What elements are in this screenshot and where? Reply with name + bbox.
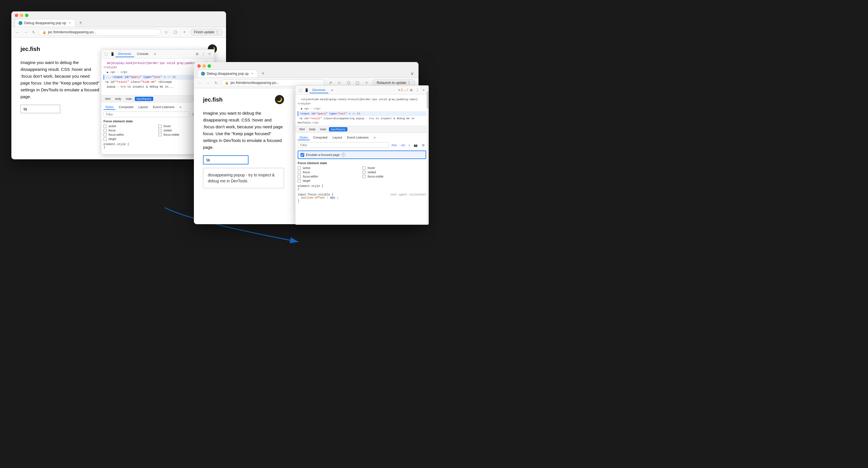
close-devtools-back[interactable]: × <box>207 51 213 57</box>
scrollbar-front[interactable] <box>427 86 429 225</box>
checkbox-focus-visible-front[interactable] <box>363 175 366 178</box>
page-description-front: Imagine you want to debug the disappeari… <box>203 110 284 151</box>
page-content-front: jec.fish 🌙 Imagine you want to debug the… <box>194 88 293 210</box>
close-button-front[interactable] <box>197 64 201 68</box>
checkbox-focus-front[interactable] <box>298 171 301 174</box>
bc-main-front[interactable]: main <box>318 127 328 131</box>
bc-input-front[interactable]: input#query <box>329 127 347 131</box>
site-name-back: jec.fish <box>21 46 40 52</box>
inspect-icon-back[interactable]: ⬚ <box>103 51 109 57</box>
state-hover-front: :hover <box>363 167 426 170</box>
user-agent-label: user agent stylesheet <box>390 193 426 196</box>
add-rule-btn-front[interactable]: + <box>407 143 411 147</box>
more-tabs-front[interactable]: » <box>329 87 336 93</box>
reload-nav-back[interactable]: ↻ <box>31 29 36 35</box>
close-devtools-front[interactable]: × <box>421 87 427 93</box>
layout-tab-front[interactable]: Layout <box>331 135 344 140</box>
demo-search-input-front[interactable] <box>203 155 248 165</box>
state-active: :active <box>103 125 157 128</box>
html-line-front-selected[interactable]: <input id="query" type="text" > == $0 <box>298 111 426 116</box>
bc-body[interactable]: body <box>114 97 123 101</box>
dark-mode-toggle-front[interactable]: 🌙 <box>275 95 284 104</box>
checkbox-visited[interactable] <box>158 129 161 132</box>
more-icon-front[interactable]: ⋮ <box>414 87 421 93</box>
back-nav-front[interactable]: ← <box>197 80 203 86</box>
checkbox-focus-within-front[interactable] <box>298 175 301 178</box>
new-tab-button-front[interactable]: + <box>259 69 267 78</box>
bc-body-front[interactable]: body <box>308 127 317 131</box>
more-icon-back[interactable]: ⋮ <box>200 51 207 57</box>
checkbox-target[interactable] <box>103 138 106 141</box>
bc-html[interactable]: html <box>103 97 112 101</box>
bc-main[interactable]: main <box>124 97 134 101</box>
back-nav-back[interactable]: ← <box>15 29 21 35</box>
elements-tab-front[interactable]: Elements <box>310 87 329 93</box>
checkbox-focus-within[interactable] <box>103 133 106 136</box>
scroll-thumb-front[interactable] <box>427 91 429 108</box>
cls-btn-front[interactable]: .cls <box>399 143 406 147</box>
demo-search-input-back[interactable] <box>21 105 60 113</box>
more-tabs-back[interactable]: » <box>151 51 159 57</box>
minimize-button[interactable] <box>20 14 23 17</box>
minimize-button-front[interactable] <box>203 64 206 68</box>
elements-tab-back[interactable]: Elements <box>116 51 134 57</box>
maximize-button-front[interactable] <box>208 64 211 68</box>
state-focus: :focus <box>103 129 157 132</box>
close-button[interactable] <box>15 14 18 17</box>
finish-update-label: Finish update <box>194 30 214 34</box>
active-tab-front[interactable]: Debug disappearing pop up × <box>197 70 258 78</box>
computed-tab[interactable]: Computed <box>117 105 135 110</box>
expand-chevron-front[interactable]: ∨ <box>409 70 415 76</box>
console-tab-back[interactable]: Console <box>134 51 151 57</box>
checkbox-active-front[interactable] <box>298 167 301 170</box>
styles-tab-front[interactable]: Styles <box>298 135 310 140</box>
bc-input[interactable]: input#query <box>135 97 153 101</box>
new-tab-button-back[interactable]: + <box>76 19 85 27</box>
event-listeners-tab[interactable]: Event Listeners <box>151 105 176 110</box>
more-style-tabs[interactable]: » <box>178 105 183 110</box>
screenshot-icon-front[interactable]: 📷 <box>412 142 419 148</box>
styles-tab[interactable]: Styles <box>103 105 116 110</box>
checkbox-visited-front[interactable] <box>363 171 366 174</box>
event-listeners-tab-front[interactable]: Event Listeners <box>345 135 370 140</box>
reload-nav-front[interactable]: ↻ <box>213 80 219 86</box>
tab-close-back[interactable]: × <box>68 21 72 25</box>
checkbox-target-front[interactable] <box>298 179 301 182</box>
inspect-icon-front[interactable]: ⬚ <box>297 87 303 93</box>
forward-nav-front[interactable]: → <box>205 80 211 86</box>
emulate-focused-help-icon[interactable]: ? <box>341 153 345 157</box>
filter-input-front[interactable] <box>298 142 389 148</box>
settings-icon-front[interactable]: ⚙ <box>408 87 414 93</box>
emulate-focused-checkbox[interactable] <box>301 153 304 157</box>
extension-btn-back[interactable]: ⬡ <box>172 29 179 35</box>
tab-close-front[interactable]: × <box>250 72 254 76</box>
filter-bar-front: :hov .cls + 📷 ⊞ <box>298 142 426 148</box>
checkbox-hover[interactable] <box>158 125 161 128</box>
url-bar-back[interactable]: 🔒 jec.fish/demo/disappearing-po... <box>39 29 161 35</box>
forward-nav-back[interactable]: → <box>23 29 28 35</box>
bc-html-front[interactable]: html <box>298 127 307 131</box>
checkbox-active[interactable] <box>103 125 106 128</box>
device-icon-front[interactable]: 📱 <box>303 87 310 93</box>
settings-icon-back[interactable]: ⚙ <box>194 51 200 57</box>
html-tree-front: <style>hide-me{display:none};#result{bor… <box>296 95 429 126</box>
checkbox-hover-front[interactable] <box>363 167 366 170</box>
more-style-tabs-front[interactable]: » <box>372 135 377 140</box>
filter-input-back[interactable] <box>103 112 189 117</box>
state-visited-front: :visited <box>363 171 426 174</box>
hov-btn-front[interactable]: :hov <box>390 143 398 147</box>
checkbox-focus-visible-back[interactable] <box>158 133 161 136</box>
maximize-button[interactable] <box>25 14 28 17</box>
state-focus-within-front: :focus-within <box>298 175 361 178</box>
bookmark-btn-back[interactable]: ☆ <box>163 29 170 35</box>
computed-tab-front[interactable]: Computed <box>311 135 329 140</box>
profile-btn-back[interactable]: ⚬ <box>181 29 188 35</box>
finish-update-button[interactable]: Finish update ⋮ <box>190 29 223 35</box>
active-tab-back[interactable]: Debug disappearing pop up × <box>15 19 75 27</box>
layout-tab[interactable]: Layout <box>137 105 150 110</box>
device-icon-back[interactable]: 📱 <box>109 51 116 57</box>
checkbox-focus[interactable] <box>103 129 106 132</box>
style-tabs-front: Styles Computed Layout Event Listeners » <box>298 135 426 140</box>
state-focus-visible-front: :focus-visible <box>363 175 426 178</box>
layout-icon-front[interactable]: ⊞ <box>420 142 426 148</box>
